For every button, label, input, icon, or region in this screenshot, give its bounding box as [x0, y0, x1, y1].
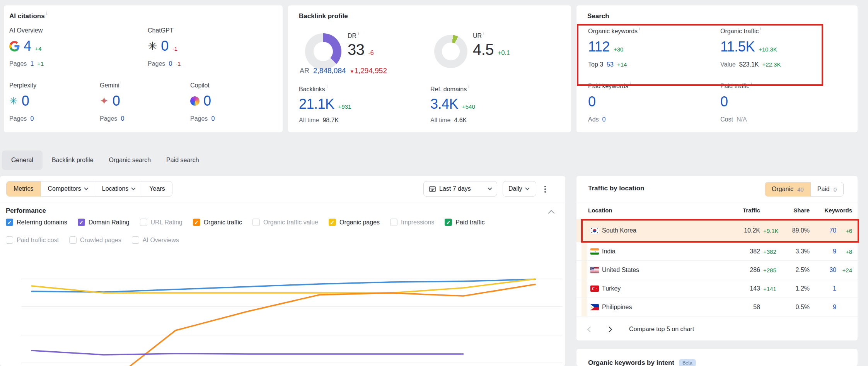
checkbox-paid-traffic[interactable]: Paid traffic [445, 219, 484, 226]
toggle-paid[interactable]: Paid 0 [810, 182, 843, 196]
organic-traffic-metric: Organic traffici 11.5K +10.3K Value $23.… [720, 28, 781, 68]
beta-badge: Beta [679, 359, 696, 366]
info-icon[interactable]: i [46, 11, 47, 19]
copilot-pages[interactable]: 0 [211, 115, 215, 122]
info-icon[interactable]: i [760, 26, 761, 33]
authority-rank-value[interactable]: 2,848,084 [313, 67, 346, 75]
ai-overview-pages[interactable]: 1 [30, 60, 34, 67]
paid-traffic-value[interactable]: 0 [720, 94, 728, 110]
traffic-by-location-title: Traffic by location [588, 185, 644, 192]
checkbox-referring-domains[interactable]: Referring domains [6, 219, 67, 226]
tab-organic-search[interactable]: Organic search [103, 151, 157, 170]
info-icon[interactable]: i [639, 26, 640, 33]
row-gutter [582, 242, 587, 260]
perplexity-value[interactable]: 0 [22, 93, 29, 109]
chevron-down-icon [488, 186, 492, 190]
info-icon[interactable]: i [751, 81, 752, 88]
prev-page-chevron-icon[interactable] [587, 326, 593, 332]
table-row-united-states[interactable]: United States 286 +285 2.5% 30 +24 [576, 261, 858, 279]
tab-general[interactable]: General [2, 151, 43, 170]
tab-backlink-profile[interactable]: Backlink profile [46, 151, 100, 170]
checkbox-domain-rating[interactable]: Domain Rating [78, 219, 130, 226]
checkbox-organic-pages[interactable]: Organic pages [329, 219, 380, 226]
authority-rank-row: AR 2,848,084 ▼1,294,952 [300, 67, 387, 75]
toggle-organic[interactable]: Organic 40 [765, 182, 810, 196]
organic-traffic-value[interactable]: 11.5K [720, 39, 755, 55]
copilot-value[interactable]: 0 [203, 93, 211, 109]
table-row-philippines[interactable]: Philippines 58 0.5% 9 [576, 298, 858, 316]
ads-value[interactable]: 0 [602, 116, 606, 123]
locations-segment[interactable]: Locations [95, 181, 142, 196]
checkbox-box [78, 219, 85, 226]
organic-keywords-value[interactable]: 112 [588, 39, 610, 55]
metrics-segment[interactable]: Metrics [7, 181, 41, 196]
info-icon[interactable]: i [358, 31, 359, 38]
semrush-domain-overview-dashboard: { "colors": { "accent_peach": "#fbd8a3",… [0, 0, 868, 366]
checkbox-box [6, 219, 13, 226]
perplexity-pages[interactable]: 0 [30, 115, 34, 122]
domain-rating-metric: DRi 33 -6 [348, 32, 374, 58]
perplexity-icon: ✳ [9, 96, 18, 106]
checkbox-ai-overviews[interactable]: AI Overviews [132, 236, 179, 244]
checkbox-url-rating[interactable]: URL Rating [140, 219, 182, 226]
url-rating-donut [434, 35, 467, 68]
gemini-value[interactable]: 0 [113, 93, 120, 109]
checkbox-box [329, 219, 336, 226]
date-range-button[interactable]: Last 7 days [423, 181, 497, 197]
ref-domains-value[interactable]: 3.4K [430, 96, 458, 112]
years-segment[interactable]: Years [142, 181, 172, 196]
granularity-button[interactable]: Daily [503, 181, 536, 197]
chevron-down-icon [525, 186, 529, 190]
tab-paid-search[interactable]: Paid search [160, 151, 205, 170]
ai-overview-metric: AI Overview 4 +4 Pages 1 +1 [9, 27, 44, 67]
chatgpt-value[interactable]: 0 [161, 38, 169, 54]
paid-keywords-value[interactable]: 0 [588, 94, 596, 110]
ai-citations-title: AI citations i [9, 12, 47, 20]
info-icon[interactable]: i [468, 84, 469, 91]
table-row-turkey[interactable]: Turkey 143 +141 1.2% 1 [576, 279, 858, 298]
compare-top5-link[interactable]: Compare top 5 on chart [629, 326, 694, 333]
copilot-icon [190, 96, 200, 106]
keywords-link[interactable]: 70 [829, 227, 836, 234]
domain-rating-donut [305, 33, 341, 70]
table-row-india[interactable]: India 382 +382 3.3% 9 +8 [576, 242, 858, 261]
collapse-chevron-up-icon[interactable] [548, 210, 555, 217]
info-icon[interactable]: i [483, 31, 484, 38]
keywords-link[interactable]: 1 [833, 285, 836, 292]
keywords-link[interactable]: 30 [829, 267, 836, 274]
organic-keywords-by-intent-panel: Organic keywords by intent Beta [576, 349, 858, 366]
backlinks-value[interactable]: 21.1K [299, 96, 334, 112]
checkbox-crawled-pages[interactable]: Crawled pages [69, 236, 121, 244]
row-gutter [582, 261, 587, 279]
checkbox-box [6, 236, 13, 244]
checkbox-organic-traffic[interactable]: Organic traffic [193, 219, 242, 226]
kebab-menu-icon[interactable] [544, 185, 546, 194]
checkbox-box [445, 219, 452, 226]
backlink-profile-card: Backlink profile DRi 33 -6 AR 2,848,084 … [288, 5, 571, 132]
flag-united-states-icon [590, 267, 599, 273]
checkbox-organic-traffic-value[interactable]: Organic traffic value [252, 219, 318, 226]
flag-philippines-icon [590, 304, 599, 310]
checkbox-impressions[interactable]: Impressions [390, 219, 434, 226]
gemini-pages[interactable]: 0 [121, 115, 124, 122]
top3-value[interactable]: 53 [607, 61, 614, 68]
perplexity-metric: Perplexity ✳ 0 Pages 0 [9, 82, 36, 122]
checkbox-box [252, 219, 260, 226]
ai-overview-value[interactable]: 4 [24, 38, 31, 54]
checkbox-paid-traffic-cost[interactable]: Paid traffic cost [6, 236, 59, 244]
info-icon[interactable]: i [630, 81, 631, 88]
info-icon[interactable]: i [327, 84, 327, 91]
organic-keywords-metric: Organic keywordsi 112 +30 Top 3 53 +14 [588, 28, 640, 68]
keywords-link[interactable]: 9 [833, 248, 836, 255]
backlinks-metric: Backlinksi 21.1K +931 All time 98.7K [299, 86, 351, 124]
performance-chart [21, 260, 563, 366]
copilot-metric: Copilot 0 Pages 0 [190, 82, 215, 122]
keywords-link[interactable]: 9 [833, 304, 836, 311]
chart-line-referring-domains [32, 279, 535, 292]
next-page-chevron-icon[interactable] [606, 326, 612, 332]
chatgpt-pages[interactable]: 0 [169, 60, 172, 67]
chatgpt-metric: ChatGPT ✳ 0 -1 Pages 0 -1 [148, 27, 181, 67]
competitors-segment[interactable]: Competitors [41, 181, 95, 196]
table-row-south-korea[interactable]: South Korea 10.2K +9.1K 89.0% 70 +6 [576, 219, 858, 242]
search-card: Search Organic keywordsi 112 +30 Top 3 5… [576, 5, 858, 132]
